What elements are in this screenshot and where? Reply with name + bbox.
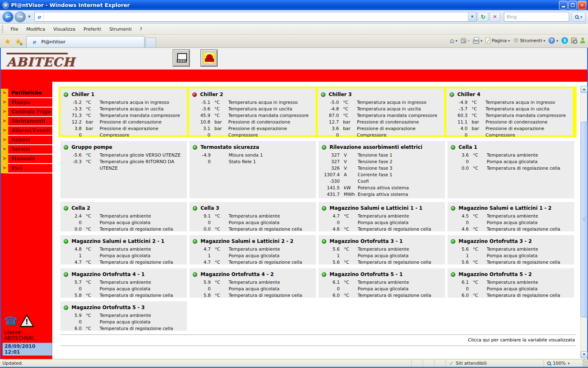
panel-chiller-3[interactable]: Chiller 3 -5.0 °C Temperatura acqua in i… <box>318 88 444 135</box>
panel-variable-row[interactable]: 60.3 °C Temperatura mandata compressore <box>446 112 573 119</box>
panel-variable-row[interactable]: -3.6 °C Temperatura acqua in uscita <box>189 106 316 112</box>
panel-variable-row[interactable]: 6.0 °C Temperatura di regolazione cella <box>318 292 445 299</box>
panel-magazzino-ortofrutta-5-2[interactable]: Magazzino Ortofrutta 5 - 2 6.1 °C Temper… <box>448 268 574 298</box>
panel-variable-row[interactable]: 4.7 °C Temperatura di regolazione cella <box>60 259 187 266</box>
panel-magazzino-salumi-e-latticini-2-1[interactable]: Magazzino Salumi e Latticini 2 - 1 4.8 °… <box>60 235 187 265</box>
stop-button[interactable]: ✕ <box>490 12 500 22</box>
panel-cella-1[interactable]: Cella 1 3.6 °C Temperatura ambiente 0 Po… <box>448 141 574 198</box>
panel-variable-row[interactable]: 10.8 bar Pressione di condensazione <box>189 119 316 126</box>
panel-magazzino-ortofrutta-3-2[interactable]: Magazzino Ortofrutta 3 - 2 5.6 °C Temper… <box>448 235 574 265</box>
sidebar-item-allarmi-eventi[interactable]: > Allarmi/Eventi <box>1 126 52 136</box>
messenger-button[interactable] <box>580 38 586 43</box>
address-bar[interactable]: e ▼ <box>34 12 477 22</box>
panel-variable-row[interactable]: 0.0 °C Temperatura di regolazione cella <box>60 226 187 233</box>
panel-variable-row[interactable]: 11.1 bar Pressione di condensazione <box>446 119 573 126</box>
favorites-icon[interactable]: ★ <box>2 36 13 47</box>
panel-variable-row[interactable]: 12.2 bar Pressione di condensazione <box>60 119 187 126</box>
panel-variable-row[interactable]: 4.5 °C Temperatura ambiente <box>448 213 574 220</box>
back-button[interactable]: ← <box>2 11 13 22</box>
panel-variable-row[interactable]: 9.1 °C Temperatura ambiente <box>189 213 316 220</box>
add-favorite-icon[interactable]: ★ <box>13 36 24 47</box>
home-button[interactable]: ⌂▼ <box>450 37 457 44</box>
panel-variable-row[interactable]: 3.6 °C Temperatura ambiente <box>448 152 574 159</box>
panel-variable-row[interactable]: 6.0 °C Temperatura di regolazione cella <box>448 292 574 299</box>
panel-variable-row[interactable]: -4.8 °C Temperatura acqua in uscita <box>318 106 444 112</box>
panel-rilevazione-assorbimenti-elettrici[interactable]: Rilevazione assorbimenti elettrici 327 V… <box>318 141 445 198</box>
sidebar-item-report[interactable]: > Report <box>1 136 52 145</box>
menu-[interactable]: ? <box>136 25 146 34</box>
panel-variable-row[interactable]: 5.6 °C Temperatura ambiente <box>448 246 574 253</box>
new-tab-stub[interactable] <box>145 38 156 47</box>
panel-variable-row[interactable]: 327 V Tensione fase 2 <box>318 159 445 165</box>
minimize-button[interactable] <box>559 1 568 9</box>
panel-variable-row[interactable]: 141.5 kW Potenza attiva sistema <box>318 185 445 191</box>
panel-variable-row[interactable]: 5.7 °C Temperatura ambiente <box>60 279 187 286</box>
sidebar-item-centrale-frigo[interactable]: > Centrale Frigo <box>1 108 52 117</box>
panel-variable-row[interactable]: 6.0 °C Temperatura di regolazione cella <box>60 325 187 332</box>
panel-variable-row[interactable]: 4.7 °C Temperatura ambiente <box>189 246 316 253</box>
panel-variable-row[interactable]: 1 Pompa acqua glicolata <box>448 253 574 259</box>
panel-variable-row[interactable]: -0.3 °C Temperatura glicole RITORNO DA U… <box>60 159 187 172</box>
panel-variable-row[interactable]: -5.6 °C Temperatura glicole VERSO UTENZE <box>60 152 187 159</box>
panel-variable-row[interactable]: 0 Pompa acqua glicolata <box>60 319 187 325</box>
panel-variable-row[interactable]: 0 Compressore <box>60 132 187 139</box>
alarm-button[interactable] <box>201 50 217 66</box>
panel-variable-row[interactable]: 0 Pompa acqua glicolata <box>448 286 574 292</box>
panel-chiller-4[interactable]: Chiller 4 -4.9 °C Temperatura acqua in i… <box>446 88 573 135</box>
panel-variable-row[interactable]: 5.6 °C Temperatura ambiente <box>318 246 445 253</box>
panel-termostato-sicurezza[interactable]: Termostato sicurezza -4.9 Misura sonda 1… <box>189 141 316 198</box>
menu-modifica[interactable]: Modifica <box>22 25 49 34</box>
panel-variable-row[interactable]: 1 Pompa acqua glicolata <box>189 253 316 259</box>
panel-magazzino-ortofrutta-5-1[interactable]: Magazzino Ortofrutta 5 - 1 6.1 °C Temper… <box>318 268 445 298</box>
panel-variable-row[interactable]: 326 V Tensione fase 3 <box>318 165 445 172</box>
panel-variable-row[interactable]: 45.9 °C Temperatura mandata compressore <box>189 112 316 119</box>
panel-magazzino-salumi-e-latticini-1-1[interactable]: Magazzino Salumi e Latticini 1 - 1 4.7 °… <box>318 202 445 231</box>
panel-variable-row[interactable]: 6.1 °C Temperatura ambiente <box>318 279 445 286</box>
panel-variable-row[interactable]: 4.6 °C Temperatura di regolazione cella <box>448 226 574 233</box>
panel-variable-row[interactable]: 0 Pompa acqua glicolata <box>448 159 574 165</box>
research-button[interactable] <box>571 38 577 43</box>
panel-magazzino-ortofrutta-4-1[interactable]: Magazzino Ortofrutta 4 - 1 5.7 °C Temper… <box>60 268 187 298</box>
panel-variable-row[interactable]: 431.7 MWh Energia attiva sistema <box>318 191 445 198</box>
sidebar-item-periferiche[interactable]: > Periferiche <box>1 89 52 98</box>
forward-button[interactable]: → <box>15 11 26 22</box>
sidebar-item-sbrinamenti[interactable]: > Sbrinamenti <box>1 117 52 126</box>
recent-pages-dropdown[interactable]: ▼ <box>27 15 31 18</box>
restore-button[interactable] <box>568 1 577 9</box>
panel-variable-row[interactable]: 0.0 °C Temperatura di regolazione cella <box>189 226 316 233</box>
panel-variable-row[interactable]: 5.9 °C Temperatura ambiente <box>189 279 316 286</box>
panel-variable-row[interactable]: 0 Compressore <box>189 132 316 139</box>
panel-variable-row[interactable]: -3.3 °C Temperatura acqua in uscita <box>60 106 187 112</box>
menu-file[interactable]: File <box>7 25 22 34</box>
panel-variable-row[interactable]: 4.7 °C Temperatura ambiente <box>318 213 445 220</box>
panel-variable-row[interactable]: 2.4 °C Temperatura ambiente <box>60 213 187 220</box>
panel-variable-row[interactable]: 5.6 °C Temperatura di regolazione cella <box>448 259 574 266</box>
page-menu-button[interactable]: Pagina▼ <box>486 38 510 43</box>
panel-variable-row[interactable]: -4.9 °C Temperatura acqua in ingresso <box>446 99 573 106</box>
panel-variable-row[interactable]: -4.9 Misura sonda 1 <box>189 152 316 159</box>
panel-variable-row[interactable]: 6.1 °C Temperatura ambiente <box>448 279 574 286</box>
panel-variable-row[interactable]: 0 Pompa acqua glicolata <box>60 220 187 226</box>
menu-strumenti[interactable]: Strumenti <box>105 25 136 34</box>
panel-variable-row[interactable]: 87.0 °C Temperatura mandata compressore <box>318 112 444 119</box>
panel-variable-row[interactable]: 4.8 °C Temperatura ambiente <box>60 246 187 253</box>
panel-variable-row[interactable]: -330 Cosfi <box>318 178 445 185</box>
panel-variable-row[interactable]: -5.1 °C Temperatura acqua in ingresso <box>189 99 316 106</box>
sidebar-item-esci[interactable]: > Esci <box>1 164 52 173</box>
zoom-control[interactable]: 100% ▼ <box>543 359 582 367</box>
sidebar-item-manuale[interactable]: > Manuale <box>1 155 52 164</box>
panel-magazzino-ortofrutta-3-1[interactable]: Magazzino Ortofrutta 3 - 1 5.6 °C Temper… <box>318 235 445 265</box>
panel-variable-row[interactable]: 1 Pompa acqua glicolata <box>60 253 187 259</box>
panel-variable-row[interactable]: 0 Pompa acqua glicolata <box>60 286 187 292</box>
panel-variable-row[interactable]: 4.6 °C Temperatura di regolazione cella <box>318 226 445 233</box>
scrollbar-thumb[interactable] <box>581 122 588 317</box>
panel-variable-row[interactable]: 12.7 bar Pressione di condensazione <box>318 119 444 126</box>
panel-variable-row[interactable]: 0 Pompa acqua glicolata <box>189 220 316 226</box>
panel-variable-row[interactable]: 3.8 bar Pressione di evaporazione <box>60 126 187 132</box>
scroll-up-button[interactable]: ▲ <box>581 86 588 93</box>
panel-variable-row[interactable]: -5.2 °C Temperatura acqua in ingresso <box>60 99 187 106</box>
search-input[interactable]: Bing <box>504 12 569 22</box>
panel-variable-row[interactable]: 5.8 °C Temperatura di regolazione cella <box>189 292 316 299</box>
panel-gruppo-pompe[interactable]: Gruppo pompe -5.6 °C Temperatura glicole… <box>60 141 187 198</box>
resize-grip[interactable] <box>582 359 588 367</box>
